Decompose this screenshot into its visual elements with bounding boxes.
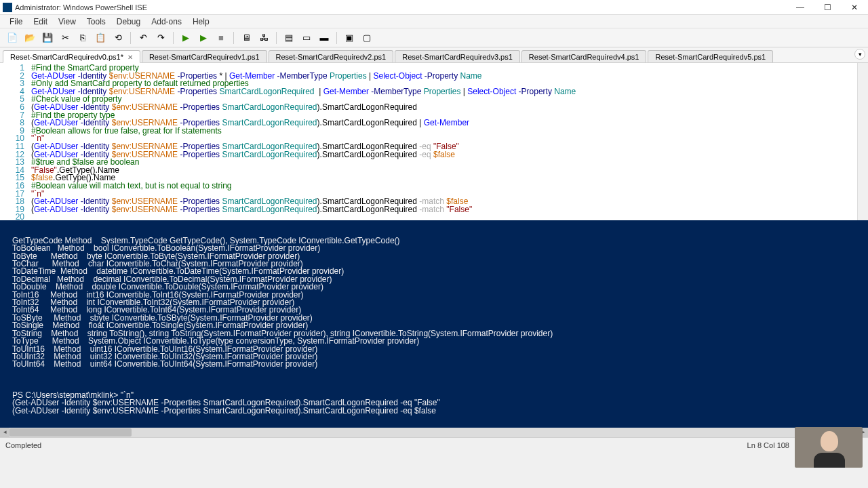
toolbar-separator: [173, 32, 174, 44]
tab-file-0[interactable]: Reset-SmartCardRequiredv0.ps1*✕: [3, 50, 140, 63]
maximize-button[interactable]: ☐: [814, 0, 841, 15]
scroll-left-icon[interactable]: ◂: [0, 428, 9, 437]
show-addon-icon[interactable]: ▢: [359, 30, 375, 45]
tab-close-icon[interactable]: ✕: [127, 54, 133, 61]
tab-label: Reset-SmartCardRequiredv3.ps1: [402, 53, 513, 61]
script-editor[interactable]: 1 2 3 4 5 6 7 8 9 10 11 12 13 14 15 16 1…: [0, 63, 868, 220]
close-button[interactable]: ✕: [841, 0, 868, 15]
line-number-gutter: 1 2 3 4 5 6 7 8 9 10 11 12 13 14 15 16 1…: [0, 63, 31, 220]
tab-file-4[interactable]: Reset-SmartCardRequiredv4.ps1: [521, 50, 647, 62]
layout-script-icon[interactable]: ▭: [298, 30, 315, 45]
copy-icon[interactable]: ⎘: [75, 30, 91, 45]
cursor-position: Ln 8 Col 108: [747, 441, 789, 449]
scroll-thumb[interactable]: [9, 428, 132, 436]
menu-bar: FileEditViewToolsDebugAdd-onsHelp: [0, 15, 868, 28]
menu-file[interactable]: File: [4, 17, 28, 26]
toolbar-separator: [130, 32, 131, 44]
window-title: Administrator: Windows PowerShell ISE: [15, 3, 147, 12]
layout-console-icon[interactable]: ▬: [316, 30, 332, 45]
redo-icon[interactable]: ↷: [153, 30, 169, 45]
code-area[interactable]: #Find the SmartCard property Get-ADUser …: [31, 63, 857, 220]
clear-icon[interactable]: ⟲: [110, 30, 126, 45]
console-pane[interactable]: GetTypeCode Method System.TypeCode GetTy…: [0, 220, 868, 437]
title-bar: Administrator: Windows PowerShell ISE — …: [0, 0, 868, 15]
undo-icon[interactable]: ↶: [135, 30, 151, 45]
tab-scroll-button[interactable]: ▾: [854, 49, 865, 60]
tab-label: Reset-SmartCardRequiredv0.ps1*: [10, 53, 123, 61]
save-icon[interactable]: 💾: [39, 30, 56, 45]
paste-icon[interactable]: 📋: [92, 30, 108, 45]
menu-help[interactable]: Help: [187, 17, 215, 26]
app-icon: [3, 3, 12, 12]
run-icon[interactable]: ▶: [178, 30, 194, 45]
webcam-overlay: [795, 427, 863, 468]
tab-label: Reset-SmartCardRequiredv4.ps1: [529, 53, 639, 61]
stop-icon[interactable]: ■: [213, 30, 229, 45]
status-bar: Completed Ln 8 Col 108: [0, 437, 868, 452]
tab-file-5[interactable]: Reset-SmartCardRequiredv5.ps1: [648, 50, 773, 62]
tab-file-3[interactable]: Reset-SmartCardRequiredv3.ps1: [395, 50, 520, 62]
toolbar-separator: [336, 32, 337, 44]
open-file-icon[interactable]: 📂: [22, 30, 38, 45]
status-text: Completed: [5, 441, 41, 449]
menu-tools[interactable]: Tools: [81, 17, 111, 26]
remote-icon[interactable]: 🖥: [238, 30, 254, 45]
menu-debug[interactable]: Debug: [111, 17, 146, 26]
minimize-button[interactable]: —: [787, 0, 814, 15]
console-horizontal-scrollbar[interactable]: ◂ ▸: [0, 428, 868, 437]
tab-label: Reset-SmartCardRequiredv5.ps1: [655, 53, 766, 61]
console-output: GetTypeCode Method System.TypeCode GetTy…: [12, 237, 868, 437]
tab-label: Reset-SmartCardRequiredv2.ps1: [276, 53, 387, 61]
show-command-icon[interactable]: ▣: [341, 30, 357, 45]
toolbar-separator: [233, 32, 234, 44]
menu-add-ons[interactable]: Add-ons: [146, 17, 187, 26]
run-selection-icon[interactable]: ▶: [195, 30, 212, 45]
new-file-icon[interactable]: 📄: [4, 30, 20, 45]
menu-edit[interactable]: Edit: [28, 17, 53, 26]
cut-icon[interactable]: ✂: [57, 30, 73, 45]
toolbar-separator: [276, 32, 277, 44]
new-remote-icon[interactable]: 🖧: [256, 30, 272, 45]
tab-bar: Reset-SmartCardRequiredv0.ps1*✕Reset-Sma…: [0, 47, 868, 63]
layout-both-icon[interactable]: ▤: [281, 30, 297, 45]
editor-scrollbar[interactable]: [857, 63, 868, 220]
tab-label: Reset-SmartCardRequiredv1.ps1: [149, 53, 260, 61]
tab-file-2[interactable]: Reset-SmartCardRequiredv2.ps1: [269, 50, 394, 62]
toolbar: 📄📂💾✂⎘📋⟲↶↷▶▶■🖥🖧▤▭▬▣▢: [0, 28, 868, 47]
tab-file-1[interactable]: Reset-SmartCardRequiredv1.ps1: [142, 50, 267, 62]
menu-view[interactable]: View: [53, 17, 81, 26]
